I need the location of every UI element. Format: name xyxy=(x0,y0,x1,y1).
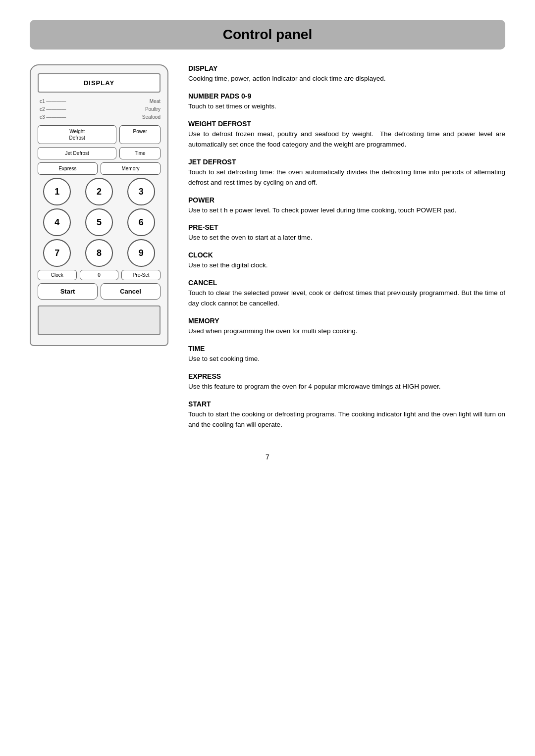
section-memory-heading: MEMORY xyxy=(188,317,505,325)
section-weight-defrost-heading: WEIGHT DEFROST xyxy=(188,120,505,128)
section-jet-defrost: JET DEFROST Touch to set defrosting time… xyxy=(188,158,505,188)
weight-defrost-button[interactable]: WeightDefrost xyxy=(38,125,116,144)
section-time-text: Use to set cooking time. xyxy=(188,354,505,364)
num-7-button[interactable]: 7 xyxy=(43,239,71,267)
section-weight-defrost-text: Use to defrost frozen meat, poultry and … xyxy=(188,129,505,150)
display-label: DISPLAY xyxy=(38,73,160,93)
section-start: START Touch to start the cooking or defr… xyxy=(188,400,505,430)
section-express-heading: EXPRESS xyxy=(188,372,505,380)
section-start-text: Touch to start the cooking or defrosting… xyxy=(188,409,505,430)
section-jet-defrost-heading: JET DEFROST xyxy=(188,158,505,166)
section-time-heading: TIME xyxy=(188,345,505,353)
power-button[interactable]: Power xyxy=(119,125,160,144)
section-display: DISPLAY Cooking time, power, action indi… xyxy=(188,64,505,84)
section-display-heading: DISPLAY xyxy=(188,64,505,72)
section-jet-defrost-text: Touch to set defrosting time: the oven a… xyxy=(188,167,505,188)
num-3-button[interactable]: 3 xyxy=(127,178,155,205)
section-clock: CLOCK Use to set the digital clock. xyxy=(188,251,505,271)
section-number-pads: NUMBER PADS 0-9 Touch to set times or we… xyxy=(188,92,505,112)
express-button[interactable]: Express xyxy=(38,162,98,175)
section-number-pads-heading: NUMBER PADS 0-9 xyxy=(188,92,505,100)
section-start-heading: START xyxy=(188,400,505,408)
main-layout: DISPLAY c1 ————Meat c2 ————Poultry c3 ——… xyxy=(30,64,505,438)
section-number-pads-text: Touch to set times or weights. xyxy=(188,101,505,112)
page-title-bar: Control panel xyxy=(30,20,505,50)
section-pre-set-heading: PRE-SET xyxy=(188,223,505,231)
bottom-panel-decoration xyxy=(38,305,160,335)
section-time: TIME Use to set cooking time. xyxy=(188,345,505,364)
section-pre-set-text: Use to set the oven to start at a later … xyxy=(188,233,505,243)
section-pre-set: PRE-SET Use to set the oven to start at … xyxy=(188,223,505,243)
section-express-text: Use this feature to program the oven for… xyxy=(188,382,505,392)
row-weight-power: WeightDefrost Power xyxy=(38,125,160,144)
num-2-button[interactable]: 2 xyxy=(85,178,113,205)
category-lines: c1 ————Meat c2 ————Poultry c3 ————Seafoo… xyxy=(38,98,160,121)
section-cancel-heading: CANCEL xyxy=(188,279,505,287)
num-8-button[interactable]: 8 xyxy=(85,239,113,267)
page-title: Control panel xyxy=(30,27,505,43)
jet-defrost-button[interactable]: Jet Defrost xyxy=(38,147,116,159)
section-clock-heading: CLOCK xyxy=(188,251,505,259)
num-0-button[interactable]: 0 xyxy=(80,270,119,280)
bottom-row: Clock 0 Pre-Set xyxy=(38,270,160,280)
page-number: 7 xyxy=(30,453,505,461)
section-clock-text: Use to set the digital clock. xyxy=(188,260,505,271)
section-cancel-text: Touch to clear the selected power level,… xyxy=(188,288,505,309)
time-button[interactable]: Time xyxy=(119,147,160,159)
memory-button[interactable]: Memory xyxy=(101,162,160,175)
row-express-memory: Express Memory xyxy=(38,162,160,175)
cancel-button[interactable]: Cancel xyxy=(101,283,160,300)
numpad: 1 2 3 4 5 6 7 8 9 xyxy=(38,178,160,267)
start-button[interactable]: Start xyxy=(38,283,98,300)
preset-button[interactable]: Pre-Set xyxy=(121,270,160,280)
section-cancel: CANCEL Touch to clear the selected power… xyxy=(188,279,505,309)
action-row: Start Cancel xyxy=(38,283,160,300)
num-6-button[interactable]: 6 xyxy=(127,208,155,236)
num-9-button[interactable]: 9 xyxy=(127,239,155,267)
panel-diagram: DISPLAY c1 ————Meat c2 ————Poultry c3 ——… xyxy=(30,64,168,346)
row-jet-time: Jet Defrost Time xyxy=(38,147,160,159)
descriptions: DISPLAY Cooking time, power, action indi… xyxy=(188,64,505,438)
section-weight-defrost: WEIGHT DEFROST Use to defrost frozen mea… xyxy=(188,120,505,150)
section-display-text: Cooking time, power, action indicator an… xyxy=(188,74,505,84)
clock-button[interactable]: Clock xyxy=(38,270,77,280)
section-power-text: Use to set t h e power level. To check p… xyxy=(188,205,505,216)
num-5-button[interactable]: 5 xyxy=(85,208,113,236)
num-1-button[interactable]: 1 xyxy=(43,178,71,205)
section-power: POWER Use to set t h e power level. To c… xyxy=(188,196,505,216)
section-memory-text: Used when programming the oven for multi… xyxy=(188,326,505,337)
section-express: EXPRESS Use this feature to program the … xyxy=(188,372,505,392)
num-4-button[interactable]: 4 xyxy=(43,208,71,236)
section-power-heading: POWER xyxy=(188,196,505,204)
section-memory: MEMORY Used when programming the oven fo… xyxy=(188,317,505,337)
